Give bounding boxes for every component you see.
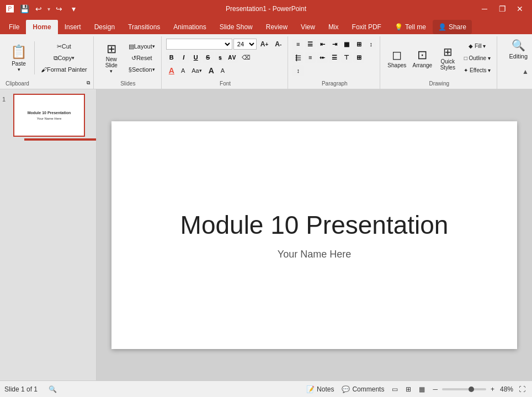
font-size-select[interactable]: 24 [233,39,257,50]
font-family-select[interactable] [166,39,232,50]
new-slide-button[interactable]: ⊞ New Slide ▾ [98,43,125,73]
new-slide-label: New [106,56,117,62]
lightbulb-icon: 💡 [395,23,403,31]
change-case-button[interactable]: Aa ▾ [189,65,204,76]
powerpoint-logo-icon: 🅿 [4,3,15,14]
paste-dropdown[interactable]: ▾ [18,67,20,72]
shape-fill-button[interactable]: ◆ Fill ▾ [461,40,493,51]
view-reading-button[interactable]: ▦ [417,384,427,394]
paste-icon: 📋 [10,44,27,60]
strikethrough-button[interactable]: S [203,52,214,63]
convert-smartart-button[interactable]: ⊞ [353,52,364,63]
zoom-in-button[interactable]: + [488,384,497,394]
restore-button[interactable]: ❐ [494,1,510,17]
tab-slideshow[interactable]: Slide Show [213,20,259,34]
tab-tell-me[interactable]: 💡Tell me [388,20,433,34]
tab-insert[interactable]: Insert [58,20,88,34]
slide-scroll-indicator [24,138,96,141]
increase-indent-button[interactable]: ⇥ [329,39,340,50]
zoom-out-button[interactable]: ─ [430,384,440,394]
format-painter-button[interactable]: 🖌 Format Painter [38,64,90,75]
underline-button[interactable]: U [190,52,201,63]
columns-button[interactable]: ▦ [341,39,352,50]
copy-dropdown[interactable]: ▾ [72,55,75,61]
layout-button[interactable]: ▤ Layout ▾ [126,41,158,52]
section-button[interactable]: § Section ▾ [126,64,158,75]
new-slide-label2: Slide [105,62,118,68]
zoom-thumb[interactable] [469,387,474,392]
align-left-button[interactable]: ⬱ [292,52,304,63]
slide-thumbnail-1[interactable]: Module 10 Presentation Your Name Here [13,94,85,137]
tab-share[interactable]: 👤Share [433,20,472,34]
text-direction-button[interactable]: ↕ [365,39,376,50]
tab-animations[interactable]: Animations [167,20,212,34]
title-bar: 🅿 💾 ↩ ▾ ↪ ▾ Presentation1 - PowerPoint ─… [0,0,532,18]
font-color-button[interactable]: A [166,65,177,76]
zoom-track[interactable] [442,388,486,390]
shape-effects-button[interactable]: ✦ Effects ▾ [461,65,493,76]
redo-icon[interactable]: ↪ [54,3,65,14]
italic-button[interactable]: I [178,52,189,63]
clipboard-expand-icon[interactable]: ⧉ [87,80,90,86]
paragraph-group: ≡ ☰ ⇤ ⇥ ▦ ⊞ ↕ ⬱ ≡ ⬰ ☰ ⊤ ⊞ ↕ Paragraph [289,36,380,89]
slide-canvas[interactable]: Module 10 Presentation Your Name Here [111,121,517,349]
zoom-level[interactable]: 48% [500,385,513,393]
new-slide-dropdown[interactable]: ▾ [110,68,113,74]
numbered-list-button[interactable]: ☰ [305,39,316,50]
tab-review[interactable]: Review [259,20,294,34]
clear-format-button[interactable]: ⌫ [239,52,253,63]
align-text-button[interactable]: ⊤ [341,52,352,63]
drawing-small-btns: ◆ Fill ▾ □ Outline ▾ ✦ Effects ▾ [461,40,493,76]
fit-slide-button[interactable]: ⛶ [517,384,528,394]
drawing-group: ◻ Shapes ⊡ Arrange ⊞ Quick Styles ◆ Fill… [381,36,497,89]
accessibility-button[interactable]: 🔍 [46,384,59,394]
bold-button[interactable]: B [166,52,177,63]
tab-transitions[interactable]: Transitions [121,20,167,34]
decrease-indent-button[interactable]: ⇤ [317,39,328,50]
comments-button[interactable]: 💬 Comments [339,384,386,394]
customize-qat-icon[interactable]: ▾ [68,3,79,14]
arrange-button[interactable]: ⊡ Arrange [410,43,434,73]
para-row-1: ≡ ☰ ⇤ ⇥ ▦ ⊞ ↕ [292,39,376,50]
ribbon-collapse-button[interactable]: ▲ [521,67,530,77]
text-highlight-button[interactable]: A [178,65,188,76]
reset-button[interactable]: ↺ Reset [126,52,158,63]
shape-outline-button[interactable]: □ Outline ▾ [461,52,493,63]
undo-dropdown-icon[interactable]: ▾ [47,6,50,12]
tab-mix[interactable]: Mix [322,20,345,34]
thumb-subtitle: Your Name Here [28,117,71,120]
char-spacing-button[interactable]: AV [227,52,238,63]
clear-icon: ⌫ [242,54,251,61]
section-icon: § [129,66,132,73]
bullets-button[interactable]: ≡ [292,39,304,50]
tab-file[interactable]: File [2,20,26,34]
decrease-font-sm-button[interactable]: A [218,65,227,76]
quick-styles-button[interactable]: ⊞ Quick Styles [435,43,460,73]
slides-content: ⊞ New Slide ▾ ▤ Layout ▾ ↺ Reset § Secti… [98,36,158,79]
increase-font-button[interactable]: A+ [258,39,272,50]
line-spacing-button[interactable]: ↕ [292,65,304,76]
notes-button[interactable]: 📝 Notes [304,384,336,394]
align-right-button[interactable]: ⬰ [317,52,328,63]
tab-foxit[interactable]: Foxit PDF [345,20,388,34]
close-button[interactable]: ✕ [512,1,528,17]
minimize-button[interactable]: ─ [477,1,492,17]
view-slide-sorter-button[interactable]: ⊞ [403,384,413,394]
justify-button[interactable]: ☰ [329,52,340,63]
decrease-font-button[interactable]: A- [272,39,284,50]
undo-icon[interactable]: ↩ [33,3,44,14]
paste-button[interactable]: 📋 Paste ▾ [6,41,32,74]
shapes-button[interactable]: ◻ Shapes [385,43,409,73]
increase-font-sm-button[interactable]: A [206,65,217,76]
thumb-title: Module 10 Presentation [28,111,71,115]
save-icon[interactable]: 💾 [19,3,30,14]
copy-button[interactable]: ⧉ Copy ▾ [38,52,90,63]
cut-button[interactable]: ✂ Cut [38,41,90,52]
tab-design[interactable]: Design [88,20,121,34]
shadow-button[interactable]: s [215,52,226,63]
smart-art-button[interactable]: ⊞ [353,39,364,50]
align-center-button[interactable]: ≡ [305,52,316,63]
tab-home[interactable]: Home [26,20,57,34]
view-normal-button[interactable]: ▭ [390,384,400,394]
tab-view[interactable]: View [294,20,322,34]
